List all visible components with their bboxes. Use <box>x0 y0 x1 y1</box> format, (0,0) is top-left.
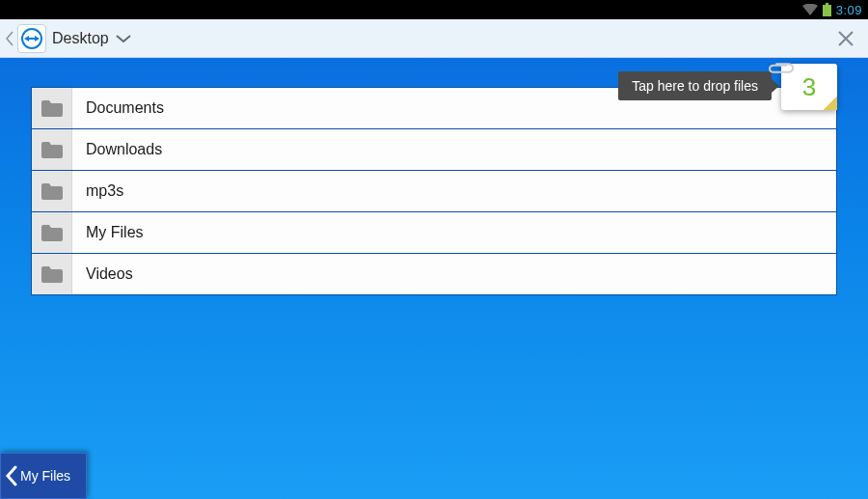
breadcrumb-label[interactable]: Desktop <box>52 30 109 47</box>
breadcrumb-dropdown-icon[interactable] <box>115 33 132 44</box>
android-status-bar: 3:09 <box>0 0 868 19</box>
folder-list: Documents Downloads mp3s My Files Videos <box>31 87 837 295</box>
my-files-panel-label: My Files <box>20 468 70 484</box>
drop-target[interactable]: 3 <box>781 64 837 110</box>
page-fold-icon <box>824 97 837 110</box>
folder-icon <box>32 129 72 170</box>
drop-hint-tooltip: Tap here to drop files <box>618 71 772 100</box>
svg-rect-3 <box>29 38 35 40</box>
top-bar: Desktop <box>0 19 868 58</box>
battery-icon <box>823 3 831 16</box>
content-area: Documents Downloads mp3s My Files Videos <box>0 58 868 499</box>
chevron-left-icon <box>5 465 18 486</box>
list-item[interactable]: Downloads <box>31 128 837 171</box>
list-item[interactable]: My Files <box>31 211 837 254</box>
list-item-label: Downloads <box>72 141 162 158</box>
list-item[interactable]: mp3s <box>31 170 837 212</box>
folder-icon <box>32 88 72 128</box>
list-item-label: My Files <box>72 224 144 241</box>
svg-rect-1 <box>823 5 831 16</box>
status-clock: 3:09 <box>836 3 862 17</box>
back-button[interactable] <box>2 19 15 58</box>
list-item-label: mp3s <box>72 182 123 200</box>
folder-icon <box>32 254 72 294</box>
my-files-panel-tab[interactable]: My Files <box>0 453 87 499</box>
folder-icon <box>32 171 72 211</box>
list-item-label: Documents <box>72 99 164 117</box>
teamviewer-app-icon <box>17 24 46 53</box>
svg-rect-0 <box>826 3 828 5</box>
list-item[interactable]: Videos <box>31 253 837 295</box>
drop-count: 3 <box>802 72 816 102</box>
close-button[interactable] <box>829 22 862 55</box>
list-item-label: Videos <box>72 265 133 283</box>
folder-icon <box>32 212 72 253</box>
wifi-icon <box>802 4 818 16</box>
